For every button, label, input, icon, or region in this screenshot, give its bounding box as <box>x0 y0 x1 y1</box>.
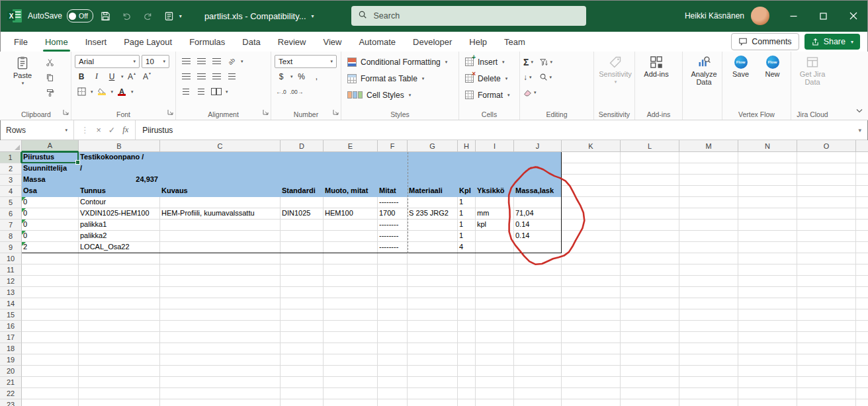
cell-D23[interactable] <box>281 399 324 406</box>
autosum-button[interactable]: Σ▾ <box>523 55 537 69</box>
cell-H12[interactable] <box>458 276 476 287</box>
tab-team[interactable]: Team <box>496 32 534 52</box>
col-header-M[interactable]: M <box>679 140 738 152</box>
cell-E11[interactable] <box>324 264 378 276</box>
cell-C1[interactable] <box>160 152 281 163</box>
cell-G19[interactable] <box>408 354 458 366</box>
cell-G4[interactable]: Materiaali <box>408 186 458 197</box>
cell-D9[interactable] <box>281 242 324 253</box>
italic-button[interactable]: I <box>90 70 103 83</box>
row-header-8[interactable]: 8 <box>0 231 22 242</box>
cell-C18[interactable] <box>160 343 281 354</box>
cell-L17[interactable] <box>621 332 679 343</box>
cell-N12[interactable] <box>738 276 797 287</box>
cell-I7[interactable]: kpl <box>476 220 514 231</box>
cell-G20[interactable] <box>408 366 458 377</box>
cell-M1[interactable] <box>679 152 738 163</box>
alignment-dialog-launcher-icon[interactable] <box>263 106 269 118</box>
cell-H14[interactable] <box>458 298 476 309</box>
cell-B7[interactable]: palikka1 <box>79 220 160 231</box>
cell-D16[interactable] <box>281 321 324 332</box>
cell-M15[interactable] <box>679 309 738 321</box>
col-header-E[interactable]: E <box>324 140 378 152</box>
cell-O1[interactable] <box>797 152 856 163</box>
cell-E9[interactable] <box>324 242 378 253</box>
row-header-19[interactable]: 19 <box>0 354 22 366</box>
save-button[interactable] <box>97 7 114 24</box>
cell-H17[interactable] <box>458 332 476 343</box>
copy-button[interactable] <box>43 71 56 84</box>
cell-J21[interactable] <box>514 377 562 388</box>
cell-B3[interactable]: 24,937 <box>79 175 160 186</box>
col-header-I[interactable]: I <box>476 140 514 152</box>
cell-P15[interactable] <box>856 309 868 321</box>
cell-J12[interactable] <box>514 276 562 287</box>
cell-E1[interactable] <box>324 152 378 163</box>
col-header-F[interactable]: F <box>378 140 408 152</box>
cell-P18[interactable] <box>856 343 868 354</box>
row-header-18[interactable]: 18 <box>0 343 22 354</box>
cell-G14[interactable] <box>408 298 458 309</box>
cell-M6[interactable] <box>679 208 738 220</box>
cell-J11[interactable] <box>514 264 562 276</box>
align-center-button[interactable] <box>195 70 208 83</box>
cell-K17[interactable] <box>562 332 621 343</box>
cell-I21[interactable] <box>476 377 514 388</box>
cell-N10[interactable] <box>738 253 797 264</box>
cell-A1[interactable]: Piirustus <box>22 152 79 163</box>
cell-O13[interactable] <box>797 287 856 298</box>
cell-D18[interactable] <box>281 343 324 354</box>
cell-K7[interactable] <box>562 220 621 231</box>
cell-D11[interactable] <box>281 264 324 276</box>
cell-J5[interactable] <box>514 197 562 208</box>
cell-L13[interactable] <box>621 287 679 298</box>
format-painter-button[interactable] <box>43 87 56 99</box>
cell-H20[interactable] <box>458 366 476 377</box>
row-header-12[interactable]: 12 <box>0 276 22 287</box>
cell-O14[interactable] <box>797 298 856 309</box>
cell-M12[interactable] <box>679 276 738 287</box>
number-format-select[interactable]: Text▾ <box>275 55 337 68</box>
font-name-select[interactable]: Arial▾ <box>75 55 140 68</box>
cell-D13[interactable] <box>281 287 324 298</box>
decrease-decimal-button[interactable]: .00→ <box>290 85 303 98</box>
cell-J10[interactable] <box>514 253 562 264</box>
cell-J22[interactable] <box>514 388 562 399</box>
select-all-button[interactable] <box>0 140 22 152</box>
autosave-toggle[interactable]: Off <box>67 9 93 22</box>
cell-K5[interactable] <box>562 197 621 208</box>
cell-G16[interactable] <box>408 321 458 332</box>
col-header-A[interactable]: A <box>22 140 79 152</box>
cell-A16[interactable] <box>22 321 79 332</box>
cell-H5[interactable]: 1 <box>458 197 476 208</box>
cell-J20[interactable] <box>514 366 562 377</box>
cell-C12[interactable] <box>160 276 281 287</box>
cell-I15[interactable] <box>476 309 514 321</box>
cell-O9[interactable] <box>797 242 856 253</box>
align-right-button[interactable] <box>210 70 223 83</box>
col-header-K[interactable]: K <box>562 140 621 152</box>
cell-F16[interactable] <box>378 321 408 332</box>
cell-N21[interactable] <box>738 377 797 388</box>
cell-G2[interactable] <box>408 163 458 175</box>
cell-K9[interactable] <box>562 242 621 253</box>
cell-A9[interactable]: 2 <box>22 242 79 253</box>
cell-C4[interactable]: Kuvaus <box>160 186 281 197</box>
cell-D21[interactable] <box>281 377 324 388</box>
cell-N23[interactable] <box>738 399 797 406</box>
cell-F2[interactable] <box>378 163 408 175</box>
cell-M9[interactable] <box>679 242 738 253</box>
cell-M19[interactable] <box>679 354 738 366</box>
find-select-button[interactable]: ▾ <box>539 70 553 84</box>
name-box[interactable]: Rows ▾ <box>0 120 74 140</box>
cell-H2[interactable] <box>458 163 476 175</box>
formula-input[interactable]: Piirustus <box>136 126 858 135</box>
cell-N11[interactable] <box>738 264 797 276</box>
cell-E3[interactable] <box>324 175 378 186</box>
cell-K12[interactable] <box>562 276 621 287</box>
cell-G22[interactable] <box>408 388 458 399</box>
cell-P7[interactable] <box>856 220 868 231</box>
font-color-dropdown-icon[interactable]: ▾ <box>131 89 134 95</box>
cell-M13[interactable] <box>679 287 738 298</box>
cell-A22[interactable] <box>22 388 79 399</box>
